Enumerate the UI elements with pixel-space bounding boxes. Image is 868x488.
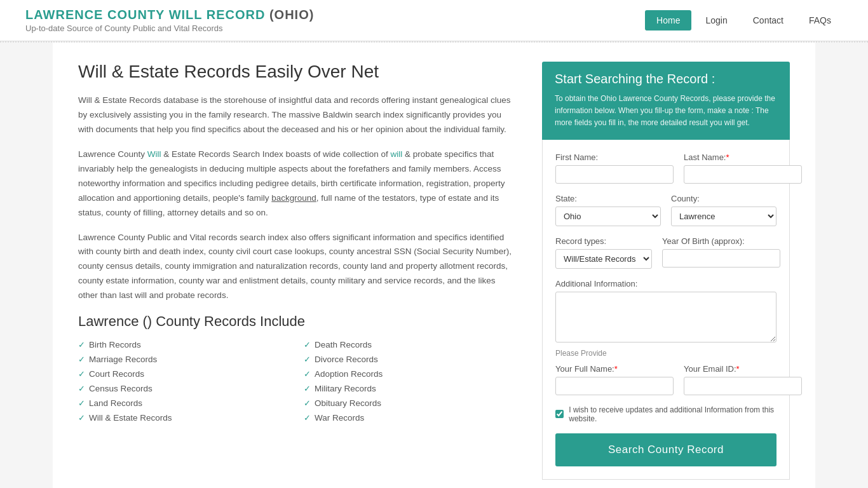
additional-info-group: Additional Information: <box>555 279 776 342</box>
contact-row: Your Full Name:* Your Email ID:* <box>555 364 776 395</box>
main-heading: Will & Estate Records Easily Over Net <box>78 62 517 82</box>
please-provide-text: Please Provide <box>555 349 776 358</box>
record-type-select[interactable]: Will/Estate RecordsBirth RecordsDeath Re… <box>555 249 652 269</box>
checkmark-icon: ✓ <box>78 355 85 364</box>
site-title: LAWRENCE COUNTY WILL RECORD (OHIO) <box>25 8 314 22</box>
records-list: ✓Birth Records✓Death Records✓Marriage Re… <box>78 340 517 423</box>
first-name-input[interactable] <box>555 165 674 184</box>
year-birth-input[interactable] <box>662 249 780 268</box>
additional-info-label: Additional Information: <box>555 279 776 288</box>
checkmark-icon: ✓ <box>78 369 85 379</box>
nav-faqs[interactable]: FAQs <box>797 10 843 30</box>
form-title: Start Searching the Record : <box>555 72 777 86</box>
additional-info-textarea[interactable] <box>555 292 776 342</box>
list-item: ✓Obituary Records <box>304 398 517 408</box>
list-item: ✓Adoption Records <box>304 369 517 379</box>
last-name-label: Last Name:* <box>684 152 802 162</box>
checkmark-icon: ✓ <box>304 340 311 349</box>
header-branding: LAWRENCE COUNTY WILL RECORD (OHIO) Up-to… <box>25 8 314 33</box>
checkmark-icon: ✓ <box>78 340 85 349</box>
left-content: Will & Estate Records Easily Over Net Wi… <box>78 62 517 480</box>
records-heading: Lawrence () County Records Include <box>78 313 517 330</box>
title-colored: LAWRENCE COUNTY WILL RECORD <box>25 8 265 22</box>
checkmark-icon: ✓ <box>304 355 311 364</box>
state-county-row: State: OhioAlabamaAlaskaArizonaArkansasC… <box>555 194 776 226</box>
year-birth-group: Year Of Birth (approx): <box>662 236 780 269</box>
search-panel: Start Searching the Record : To obtain t… <box>542 62 790 480</box>
state-select[interactable]: OhioAlabamaAlaskaArizonaArkansasCaliforn… <box>555 207 661 226</box>
email-group: Your Email ID:* <box>684 364 802 395</box>
newsletter-checkbox-row: I wish to receive updates and additional… <box>555 405 776 423</box>
email-input[interactable] <box>684 377 802 395</box>
background-text: background <box>271 193 316 203</box>
checkmark-icon: ✓ <box>304 413 311 423</box>
site-subtitle: Up-to-date Source of County Public and V… <box>25 24 314 33</box>
checkmark-icon: ✓ <box>304 369 311 379</box>
newsletter-checkbox[interactable] <box>555 409 564 419</box>
nav-contact[interactable]: Contact <box>742 10 795 30</box>
record-type-label: Record types: <box>555 236 652 246</box>
name-row: First Name: Last Name:* <box>555 152 776 184</box>
state-group: State: OhioAlabamaAlaskaArizonaArkansasC… <box>555 194 661 226</box>
list-item: ✓Divorce Records <box>304 355 517 364</box>
list-item: ✓Will & Estate Records <box>78 413 291 423</box>
full-name-input[interactable] <box>555 377 674 395</box>
will-link-2[interactable]: will <box>391 149 403 159</box>
form-description: To obtain the Ohio Lawrence County Recor… <box>555 93 777 130</box>
list-item: ✓Marriage Records <box>78 355 291 364</box>
list-item: ✓Court Records <box>78 369 291 379</box>
list-item: ✓War Records <box>304 413 517 423</box>
last-name-input[interactable] <box>684 165 802 184</box>
nav-home[interactable]: Home <box>645 10 691 30</box>
first-name-group: First Name: <box>555 152 674 184</box>
search-county-record-button[interactable]: Search County Record <box>555 433 776 466</box>
site-header: LAWRENCE COUNTY WILL RECORD (OHIO) Up-to… <box>0 0 868 41</box>
list-item: ✓Military Records <box>304 384 517 393</box>
main-content: Will & Estate Records Easily Over Net Wi… <box>53 43 815 488</box>
email-label: Your Email ID:* <box>684 364 802 374</box>
list-item: ✓Death Records <box>304 340 517 349</box>
list-item: ✓Land Records <box>78 398 291 408</box>
full-name-label: Your Full Name:* <box>555 364 674 374</box>
nav-login[interactable]: Login <box>694 10 738 30</box>
county-select[interactable]: LawrenceAdamsAllenAshlandAshtabula <box>671 207 776 226</box>
checkmark-icon: ✓ <box>304 398 311 408</box>
list-item: ✓Census Records <box>78 384 291 393</box>
record-year-row: Record types: Will/Estate RecordsBirth R… <box>555 236 776 269</box>
checkmark-icon: ✓ <box>78 398 85 408</box>
main-nav: Home Login Contact FAQs <box>645 10 843 30</box>
will-link[interactable]: Will <box>147 149 161 159</box>
paragraph-3: Lawrence County Public and Vital records… <box>78 231 517 304</box>
paragraph-2: Lawrence County Will & Estate Records Se… <box>78 147 517 220</box>
full-name-group: Your Full Name:* <box>555 364 674 395</box>
last-name-group: Last Name:* <box>684 152 802 184</box>
first-name-label: First Name: <box>555 152 674 162</box>
form-body: First Name: Last Name:* State: OhioAlaba… <box>542 140 790 480</box>
form-header: Start Searching the Record : To obtain t… <box>542 62 790 140</box>
paragraph-1: Will & Estate Records database is the st… <box>78 93 517 137</box>
newsletter-label: I wish to receive updates and additional… <box>569 405 776 423</box>
title-plain: (OHIO) <box>265 8 314 22</box>
county-group: County: LawrenceAdamsAllenAshlandAshtabu… <box>671 194 776 226</box>
checkmark-icon: ✓ <box>78 384 85 393</box>
checkmark-icon: ✓ <box>304 384 311 393</box>
state-label: State: <box>555 194 661 203</box>
year-birth-label: Year Of Birth (approx): <box>662 236 780 246</box>
record-type-group: Record types: Will/Estate RecordsBirth R… <box>555 236 652 269</box>
county-label: County: <box>671 194 776 203</box>
checkmark-icon: ✓ <box>78 413 85 423</box>
list-item: ✓Birth Records <box>78 340 291 349</box>
